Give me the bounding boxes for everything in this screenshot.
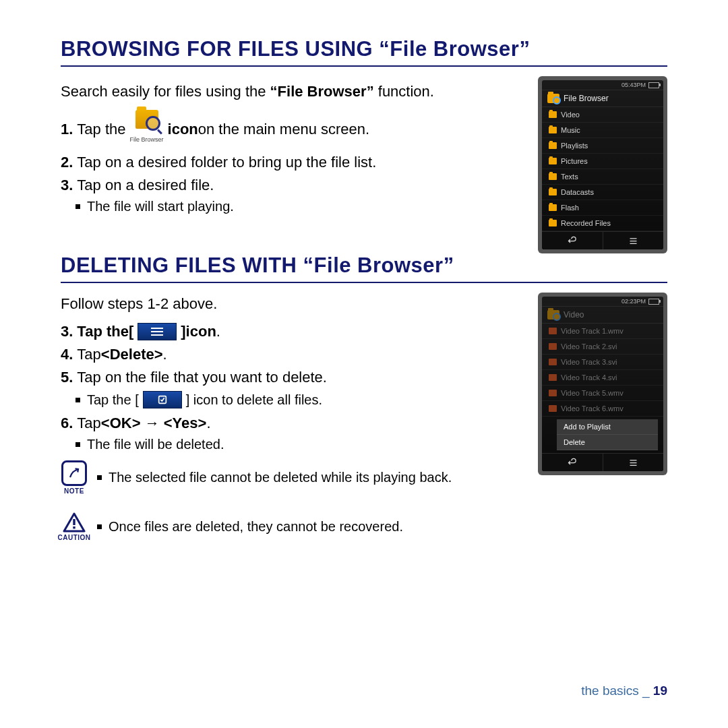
intro-post: function.: [374, 83, 434, 100]
menu-button[interactable]: [603, 232, 664, 249]
status-time: 02:23PM: [621, 298, 646, 305]
intro-pre: Search easily for files using the: [61, 83, 270, 100]
list-item[interactable]: Video Track 1.wmv: [542, 324, 663, 339]
step-d4-bold: <Delete>: [101, 345, 163, 364]
file-browser-icon-caption: File Browser: [130, 130, 164, 149]
step-d6-sub-text: The file will be deleted.: [87, 437, 224, 452]
step-3-sub: The file will start playing.: [75, 199, 524, 214]
list-item[interactable]: Flash: [542, 200, 663, 216]
step-d3-pre: Tap the: [77, 322, 129, 341]
select-all-icon: [143, 391, 182, 408]
step-d5-num: 5.: [61, 368, 73, 387]
footer-section: the basics _: [581, 684, 653, 698]
intro-text: Search easily for files using the “File …: [61, 83, 524, 100]
step-d6-num: 6.: [61, 414, 73, 433]
bracket-open: [: [129, 322, 133, 341]
list-item-label: Video: [561, 111, 580, 119]
step-d4-pre: Tap: [77, 345, 100, 364]
note-icon: [61, 460, 87, 486]
step-d3-bold: icon: [186, 322, 216, 341]
status-bar: 02:23PM: [542, 297, 663, 307]
note-label: NOTE: [64, 487, 84, 495]
list-item[interactable]: Video Track 2.svi: [542, 339, 663, 355]
list-item[interactable]: Music: [542, 123, 663, 138]
list-item-label: Video Track 3.svi: [561, 358, 617, 366]
screen-title-row: File Browser: [542, 90, 663, 107]
caution-label: CAUTION: [57, 534, 90, 541]
list-item-label: Pictures: [561, 157, 588, 165]
caution-row: CAUTION Once files are deleted, they can…: [61, 512, 524, 541]
square-bullet-icon: [75, 398, 80, 402]
bracket-close: ]: [181, 322, 185, 341]
folder-search-icon: [547, 94, 559, 103]
step-1-post: on the main menu screen.: [198, 120, 369, 139]
list-item-label: Video Track 6.wmv: [561, 404, 624, 413]
list-item[interactable]: Pictures: [542, 154, 663, 169]
device-screenshot-browser: 05:43PM File Browser Video Music Playlis…: [538, 76, 667, 253]
svg-rect-1: [73, 519, 75, 525]
list-item-label: Recorded Files: [561, 219, 611, 227]
list-item[interactable]: Playlists: [542, 138, 663, 154]
step-d5-sub: Tap the [ ] icon to delete all files.: [75, 391, 524, 408]
file-browser-icon: File Browser: [130, 110, 164, 149]
square-bullet-icon: [75, 442, 80, 447]
step-d4-num: 4.: [61, 345, 73, 364]
step-d6-bold: <OK> → <Yes>: [101, 414, 207, 433]
back-button[interactable]: [542, 232, 603, 249]
screen-title-row: Video: [542, 307, 663, 324]
list-item[interactable]: Texts: [542, 169, 663, 185]
step-d4: 4. Tap <Delete> .: [61, 345, 524, 364]
back-button[interactable]: [542, 454, 603, 471]
step-d5-sub-post: ] icon to delete all files.: [186, 392, 322, 408]
square-bullet-icon: [97, 524, 102, 529]
list-item[interactable]: Video Track 3.svi: [542, 355, 663, 370]
square-bullet-icon: [97, 475, 102, 480]
list-item-label: Datacasts: [561, 188, 594, 196]
page-footer: the basics _ 19: [581, 684, 667, 698]
list-item-label: Flash: [561, 204, 579, 212]
step-d6: 6. Tap <OK> → <Yes> .: [61, 414, 524, 433]
battery-icon: [648, 299, 659, 305]
step-d3-post: .: [216, 322, 220, 341]
caution-badge: CAUTION: [61, 512, 88, 541]
list-item-label: Video Track 5.wmv: [561, 389, 624, 397]
list-item[interactable]: Video Track 4.svi: [542, 370, 663, 386]
list-item-label: Playlists: [561, 142, 588, 150]
step-1: 1. Tap the File Browser icon on the main…: [61, 110, 524, 149]
list-item[interactable]: Datacasts: [542, 185, 663, 200]
step-d5-text: Tap on the file that you want to delete.: [77, 368, 327, 387]
step-3: 3. Tap on a desired file.: [61, 176, 524, 195]
video-icon: [549, 405, 557, 412]
battery-icon: [648, 82, 659, 88]
step-2-num: 2.: [61, 153, 73, 172]
square-bullet-icon: [75, 204, 80, 209]
list-item[interactable]: Video Track 6.wmv: [542, 401, 663, 417]
context-menu: Add to Playlist Delete: [557, 419, 658, 450]
video-icon: [549, 343, 557, 350]
folder-icon: [549, 173, 557, 180]
folder-icon: [549, 142, 557, 149]
svg-rect-2: [73, 526, 75, 528]
device-screenshot-delete: 02:23PM Video Video Track 1.wmv Video Tr…: [538, 293, 667, 475]
list-item[interactable]: Recorded Files: [542, 216, 663, 231]
step-3-text: Tap on a desired file.: [77, 176, 214, 195]
note-text: The selected file cannot be deleted whil…: [109, 470, 452, 485]
step-1-num: 1.: [61, 120, 73, 139]
step-2: 2. Tap on a desired folder to bring up t…: [61, 153, 524, 172]
menu-button[interactable]: [603, 454, 664, 471]
video-icon: [549, 390, 557, 396]
folder-icon: [549, 189, 557, 195]
screen-title: File Browser: [564, 94, 609, 103]
menu-item-add-playlist[interactable]: Add to Playlist: [557, 419, 658, 435]
status-time: 05:43PM: [621, 82, 646, 88]
step-d3: 3. Tap the [ ] icon.: [61, 322, 524, 341]
list-item[interactable]: Video Track 5.wmv: [542, 386, 663, 401]
list-item-label: Texts: [561, 173, 578, 181]
menu-icon: [138, 323, 177, 340]
menu-item-delete[interactable]: Delete: [557, 435, 658, 450]
list-item-label: Video Track 2.svi: [561, 342, 617, 351]
list-item[interactable]: Video: [542, 107, 663, 123]
heading-browsing: BROWSING FOR FILES USING “File Browser”: [61, 37, 667, 67]
list-item-label: Video Track 4.svi: [561, 373, 617, 382]
folder-search-icon: [547, 310, 559, 320]
